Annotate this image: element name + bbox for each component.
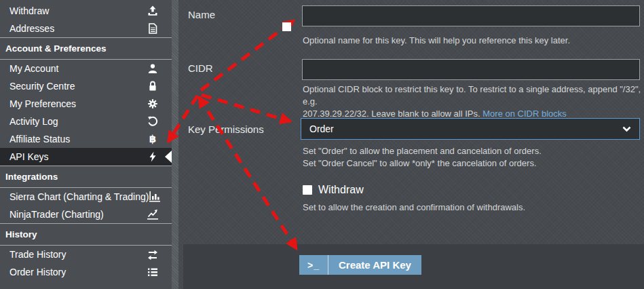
sidebar-item-order-history[interactable]: Order History <box>0 263 172 281</box>
user-icon <box>147 63 159 74</box>
list-icon <box>147 267 159 277</box>
sidebar-item-sierra-chart[interactable]: Sierra Chart (Charting & Trading) <box>0 188 172 206</box>
sidebar-item-label: Withdraw <box>10 5 49 16</box>
create-api-key-button-label: Create API Key <box>328 255 421 275</box>
sidebar-item-trade-history[interactable]: Trade History <box>0 246 172 263</box>
history-icon <box>147 116 159 127</box>
cidr-help-text: Optional CIDR block to restrict this key… <box>303 83 644 120</box>
sidebar-item-label: Affiliate Status <box>10 134 70 144</box>
sidebar-item-withdraw[interactable]: Withdraw <box>0 2 172 20</box>
sidebar-item-label: NinjaTrader (Charting) <box>10 209 104 220</box>
key-permissions-label: Key Permissions <box>188 123 264 135</box>
terminal-icon: >_ <box>299 255 328 275</box>
sidebar-item-label: Security Centre <box>10 81 75 92</box>
lock-icon <box>147 81 159 92</box>
withdraw-checkbox[interactable] <box>303 185 312 195</box>
sidebar-section-account-preferences: Account & Preferences <box>0 37 172 60</box>
sidebar-section-integrations: Integrations <box>0 166 172 188</box>
sidebar-item-api-keys[interactable]: API Keys <box>0 148 172 166</box>
settings-sidebar: Withdraw Addresses Account & Preferences… <box>0 0 172 289</box>
name-help-text: Optional name for this key. This will he… <box>303 35 570 47</box>
key-permissions-select[interactable]: Order <box>301 118 640 140</box>
sidebar-item-activity-log[interactable]: Activity Log <box>0 113 172 130</box>
cidr-help-line1: Optional CIDR block to restrict this key… <box>303 84 641 107</box>
bitcoin-icon: ฿ <box>147 134 159 144</box>
cidr-field-label: CIDR <box>188 62 213 74</box>
cidr-docs-link[interactable]: More on CIDR blocks <box>482 109 567 119</box>
sidebar-item-label: API Keys <box>10 151 49 162</box>
name-input[interactable] <box>302 5 640 26</box>
sidebar-item-label: Activity Log <box>10 116 58 127</box>
upload-icon <box>147 5 159 16</box>
sidebar-item-ninjatrader[interactable]: NinjaTrader (Charting) <box>0 206 172 223</box>
key-permissions-selected-value: Order <box>309 123 334 134</box>
sidebar-item-my-preferences[interactable]: My Preferences <box>0 95 172 113</box>
api-keys-settings-page: Withdraw Addresses Account & Preferences… <box>0 0 644 289</box>
sidebar-item-addresses[interactable]: Addresses <box>0 20 172 37</box>
sidebar-item-label: Trade History <box>10 249 67 260</box>
name-field-label: Name <box>188 9 215 20</box>
sidebar-item-label: Sierra Chart (Charting & Trading) <box>10 191 149 202</box>
sidebar-item-label: Addresses <box>10 23 54 34</box>
lightning-icon <box>147 151 159 162</box>
panel-gutter <box>172 0 178 289</box>
withdraw-help-text: Set to allow the creation and confirmati… <box>303 201 525 214</box>
chevron-down-icon <box>622 126 631 132</box>
key-permissions-help-text: Set "Order" to allow the placement and c… <box>303 145 542 170</box>
cidr-help-line2: 207.39.29.22/32. Leave blank to allow al… <box>303 109 482 119</box>
permissions-help-line1: Set "Order" to allow the placement and c… <box>303 146 542 156</box>
bar-chart-icon <box>149 191 161 202</box>
cidr-input[interactable] <box>302 59 640 80</box>
line-chart-icon <box>147 209 159 220</box>
sidebar-item-affiliate-status[interactable]: Affiliate Status ฿ <box>0 130 172 148</box>
gear-icon <box>147 98 159 109</box>
api-key-form: Name Optional name for this key. This wi… <box>178 0 644 289</box>
sidebar-item-security-centre[interactable]: Security Centre <box>0 77 172 95</box>
permissions-help-line2: Set "Order Cancel" to allow *only* the c… <box>303 158 537 168</box>
sidebar-item-label: My Account <box>10 63 58 74</box>
sidebar-item-label: My Preferences <box>10 98 76 109</box>
sidebar-item-label: Order History <box>10 267 66 277</box>
create-api-key-button[interactable]: >_ Create API Key <box>299 255 421 275</box>
transfer-icon <box>147 249 159 260</box>
sidebar-section-history: History <box>0 223 172 246</box>
withdraw-checkbox-label: Withdraw <box>318 184 364 196</box>
sidebar-item-my-account[interactable]: My Account <box>0 60 172 77</box>
document-icon <box>147 23 159 34</box>
